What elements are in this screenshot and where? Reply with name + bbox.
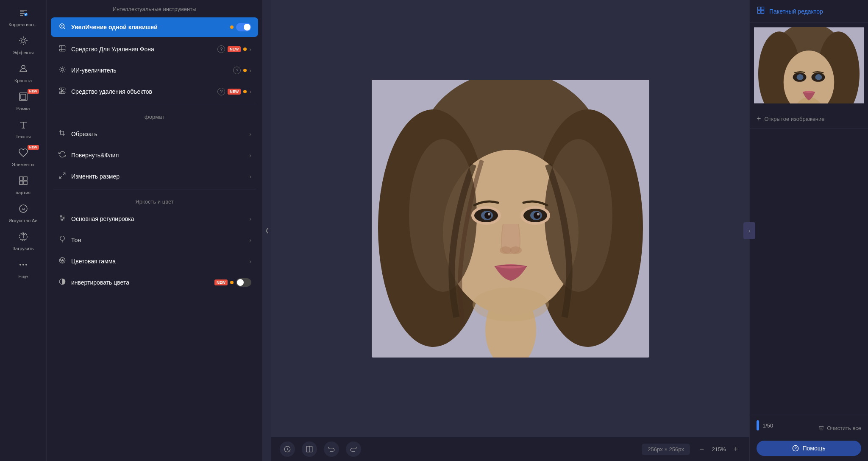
zoom-in-btn[interactable]: + [731, 444, 741, 454]
tone-icon [58, 235, 67, 245]
sidebar-item-frame-label: Рамка [17, 106, 30, 111]
sidebar-item-beauty[interactable]: Красота [4, 60, 42, 87]
remove-bg-icon [58, 45, 67, 54]
intelligent-tools-section-title: Интеллектуальные инструменты [47, 0, 262, 16]
remove-obj-icon [58, 87, 67, 96]
basic-adjust-chevron: › [249, 215, 251, 222]
portrait-svg [372, 80, 649, 358]
tool-crop[interactable]: Обрезать › [51, 124, 258, 144]
tool-color-gamma[interactable]: Цветовая гамма › [51, 251, 258, 271]
svg-point-12 [19, 264, 21, 265]
sidebar-item-elements[interactable]: NEW Элементы [4, 144, 42, 170]
tool-remove-obj[interactable]: Средство удаления объектов ? NEW › [51, 82, 258, 101]
sidebar-item-frame[interactable]: NEW Рамка [4, 88, 42, 115]
ai-upscale-chevron: › [249, 67, 251, 74]
basic-adjust-icon [58, 214, 67, 224]
collapse-handle[interactable] [263, 0, 271, 461]
svg-rect-59 [761, 11, 764, 14]
right-thumbnail [754, 27, 864, 105]
svg-point-47 [534, 212, 540, 219]
svg-point-46 [484, 212, 491, 219]
svg-point-48 [488, 213, 490, 215]
add-image-button[interactable]: + Открытое изображение [750, 109, 868, 129]
invert-toggle[interactable] [236, 278, 251, 287]
main-canvas: 256px × 256px − 215% + [271, 0, 749, 461]
tool-tone-actions: › [249, 237, 251, 243]
frame-icon [18, 92, 28, 104]
svg-rect-57 [761, 7, 764, 10]
sidebar-item-ai-label: Искусство Аи [8, 218, 37, 223]
bottom-tools [280, 441, 361, 457]
tool-basic-adjust[interactable]: Основная регулировка › [51, 209, 258, 229]
help-button[interactable]: Помощь [757, 441, 861, 456]
undo-history-btn[interactable] [280, 441, 295, 457]
svg-rect-6 [24, 177, 27, 180]
right-bottom: 1/50 Очистить все Помощь [750, 415, 868, 461]
upscale-key-icon [58, 22, 67, 32]
batch-editor-button[interactable]: Пакетный редактор [750, 0, 868, 23]
tool-resize-label: Изменить размер [71, 173, 245, 180]
rotate-flip-icon [58, 151, 67, 160]
page-counter: 1/50 [757, 420, 773, 430]
tool-crop-label: Обрезать [71, 131, 245, 137]
tool-upscale-key-label: УвелИчение одной клавишей [71, 24, 226, 31]
tool-invert[interactable]: инвертировать цвета NEW [51, 273, 258, 292]
sidebar-item-corrector[interactable]: Корректиро... [4, 4, 42, 31]
crop-icon [58, 129, 67, 139]
remove-obj-help[interactable]: ? [217, 88, 225, 95]
svg-point-52 [473, 288, 549, 321]
corrector-icon [18, 8, 28, 20]
add-icon: + [757, 115, 761, 123]
right-nav-arrow[interactable]: › [743, 222, 755, 239]
sidebar-item-batch[interactable]: партия [4, 172, 42, 198]
page-counter-text: 1/50 [762, 422, 773, 429]
rotate-flip-chevron: › [249, 152, 251, 159]
right-panel: Пакетный редактор + Открытое изображение [749, 0, 868, 461]
svg-point-14 [25, 264, 27, 265]
remove-bg-help[interactable]: ? [217, 45, 225, 53]
clear-all-button[interactable]: Очистить все [818, 425, 861, 431]
redo-btn[interactable] [346, 441, 361, 457]
tool-ai-upscale[interactable]: ИИ-увеличитель ? › [51, 61, 258, 80]
undo-btn[interactable] [324, 441, 339, 457]
tool-resize[interactable]: Изменить размер › [51, 167, 258, 186]
ai-upscale-help[interactable]: ? [233, 67, 241, 74]
tool-remove-bg[interactable]: Средство Для Удаления Фона ? NEW › [51, 39, 258, 59]
svg-point-39 [545, 139, 612, 292]
divider-2 [53, 190, 256, 190]
sidebar-item-texts[interactable]: Тексты [4, 116, 42, 142]
tool-ai-upscale-label: ИИ-увеличитель [71, 67, 229, 74]
svg-point-69 [815, 74, 822, 80]
sidebar-item-effects[interactable]: Эффекты [4, 32, 42, 59]
remove-obj-dot [243, 90, 247, 93]
svg-point-25 [63, 218, 64, 219]
sidebar-item-more-label: Еще [18, 274, 28, 279]
frame-new-badge: NEW [28, 89, 39, 94]
brightness-section-title: Яркость и цвет [47, 193, 262, 208]
effects-icon [18, 36, 28, 48]
svg-point-1 [22, 39, 25, 42]
sidebar-item-more[interactable]: Еще [4, 256, 42, 282]
svg-point-68 [797, 74, 804, 80]
svg-rect-5 [19, 177, 23, 180]
sidebar-item-effects-label: Эффекты [12, 50, 33, 55]
ai-icon: AI [18, 204, 28, 216]
sidebar-item-upload-label: Загрузить [12, 246, 33, 251]
add-image-label: Открытое изображение [765, 116, 825, 122]
sidebar-item-batch-label: партия [16, 190, 31, 195]
tool-rotate-flip[interactable]: Повернуть&Флип › [51, 145, 258, 165]
middle-panel: Интеллектуальные инструменты УвелИчение … [47, 0, 263, 461]
upscale-key-toggle[interactable] [236, 23, 251, 31]
elements-icon [18, 148, 28, 160]
compare-btn[interactable] [302, 441, 317, 457]
tone-chevron: › [249, 237, 251, 243]
tool-invert-label: инвертировать цвета [71, 279, 210, 286]
sidebar-item-ai[interactable]: AI Искусство Аи [4, 200, 42, 226]
zoom-out-btn[interactable]: − [697, 444, 707, 454]
sidebar-item-upload[interactable]: Загрузить [4, 228, 42, 254]
tool-upscale-key[interactable]: УвелИчение одной клавишей [51, 17, 258, 37]
tool-remove-obj-actions: ? NEW › [217, 88, 251, 95]
tool-basic-adjust-label: Основная регулировка [71, 215, 245, 222]
tool-tone[interactable]: Тон › [51, 230, 258, 250]
tool-basic-adjust-actions: › [249, 215, 251, 222]
